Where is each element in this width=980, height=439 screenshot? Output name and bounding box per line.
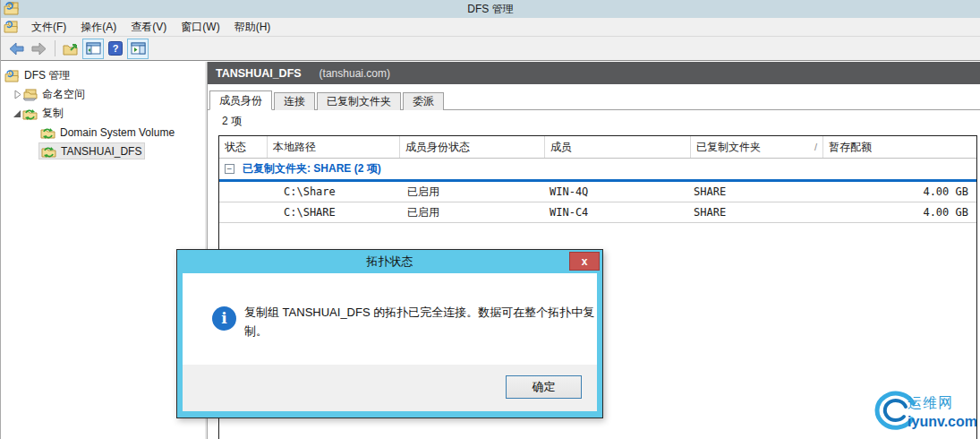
tree-item-label: DFS 管理 [24,68,70,83]
column-header-label: 成员身份状态 [405,140,470,155]
menu-bar: 文件(F) 操作(A) 查看(V) 窗口(W) 帮助(H) [1,18,980,37]
tree-item-label: Domain System Volume [60,126,175,139]
dfs-app-icon-small[interactable] [4,21,19,33]
menu-view[interactable]: 查看(V) [124,18,174,37]
menu-window[interactable]: 窗口(W) [174,18,226,37]
tree-item-dfs-management[interactable]: DFS 管理 [1,66,207,85]
column-header-staging-quota[interactable]: 暂存配额 [823,136,976,158]
chevron-expanded-icon[interactable] [12,109,22,118]
tab-connections[interactable]: 连接 [274,92,315,110]
cell-member: WIN-4Q [545,185,691,198]
menu-help[interactable]: 帮助(H) [227,18,278,37]
cell-membership-status: 已启用 [400,205,545,220]
cell-replicated-folder: SHARE [691,206,823,219]
dfs-management-window: DFS 管理 文件(F) 操作(A) 查看(V) 窗口(W) 帮助(H) [0,0,980,439]
tree-item-label: TANSHUAI_DFS [61,145,141,158]
cell-local-path: C:\Share [268,185,400,198]
group-header-label: 已复制文件夹: SHARE (2 项) [243,161,381,176]
console-tree-icon[interactable] [82,39,104,59]
tree-item-namespaces[interactable]: 命名空间 [1,85,207,104]
namespace-icon [22,89,38,101]
cell-staging-quota: 4.00 GB [823,206,976,219]
replication-group-domain: (tanshuai.com) [320,67,390,80]
replication-group-icon [40,126,55,139]
table-row[interactable]: C:\Share 已启用 WIN-4Q SHARE 4.00 GB [219,182,976,202]
column-header-member[interactable]: 成员 [545,136,691,158]
cell-staging-quota: 4.00 GB [823,185,976,198]
results-pane-header: TANSHUAI_DFS (tanshuai.com) [208,62,980,84]
column-header-label: 已复制文件夹 [696,140,761,155]
column-header-membership-status[interactable]: 成员身份状态 [400,136,545,158]
collapse-group-icon[interactable]: − [225,164,234,174]
dialog-content: i 复制组 TANSHUAI_DFS 的拓扑已完全连接。数据可在整个拓扑中复制。… [183,273,597,411]
close-icon[interactable]: x [569,252,600,271]
column-header-replicated-folder[interactable]: 已复制文件夹 / [691,136,823,158]
column-header-label: 成员 [550,140,572,155]
column-header-label: 状态 [225,140,246,155]
table-row[interactable]: C:\SHARE 已启用 WIN-C4 SHARE 4.00 GB [219,202,976,223]
menu-file[interactable]: 文件(F) [24,18,73,37]
tree-item-label: 命名空间 [42,87,85,102]
menu-action[interactable]: 操作(A) [73,18,124,37]
cell-local-path: C:\SHARE [268,206,400,219]
info-icon: i [212,306,236,331]
replication-icon [22,108,38,120]
column-header-label: 本地路径 [273,140,316,155]
dialog-title-bar: 拓扑状态 x [183,250,597,273]
tab-replicated-folders[interactable]: 已复制文件夹 [317,92,401,110]
new-window-icon[interactable] [127,39,149,59]
cell-member: WIN-C4 [545,206,691,219]
watermark-site-name: 运维网 [908,394,977,413]
chevron-right-icon[interactable] [12,90,22,99]
iyunv-watermark: 运维网 iyunv.com [872,389,977,434]
topology-status-dialog: 拓扑状态 x i 复制组 TANSHUAI_DFS 的拓扑已完全连接。数据可在整… [176,249,603,418]
forward-icon[interactable] [28,39,49,59]
tree-item-label: 复制 [42,106,64,121]
back-icon[interactable] [5,39,27,59]
tree-item-domain-system-volume[interactable]: Domain System Volume [1,123,207,142]
replication-group-title: TANSHUAI_DFS [216,67,302,80]
dialog-body: i 复制组 TANSHUAI_DFS 的拓扑已完全连接。数据可在整个拓扑中复制。 [183,273,597,365]
export-folder-icon[interactable] [60,39,81,59]
cell-replicated-folder: SHARE [691,185,823,198]
watermark-site-url: iyunv.com [908,414,977,430]
window-title: DFS 管理 [1,2,980,17]
help-icon[interactable]: ? [105,39,126,59]
tree-item-tanshuai-dfs[interactable]: TANSHUAI_DFS [1,142,207,160]
dfs-management-icon [4,70,20,82]
tab-bar: 成员身份 连接 已复制文件夹 委派 [208,90,980,110]
title-bar: DFS 管理 [1,0,980,18]
dfs-app-icon [4,2,20,15]
table-header-row: 状态 本地路径 成员身份状态 成员 已复制文件夹 / 暂存配额 [219,136,976,159]
group-header-row[interactable]: − 已复制文件夹: SHARE (2 项) [219,159,976,182]
dialog-title: 拓扑状态 [367,254,413,270]
ok-button[interactable]: 确定 [506,375,582,399]
dialog-footer: 确定 [183,365,597,411]
tree-item-replication[interactable]: 复制 [1,104,207,123]
sort-ascending-icon: / [814,142,817,152]
tab-memberships[interactable]: 成员身份 [209,90,272,110]
dialog-message: 复制组 TANSHUAI_DFS 的拓扑已完全连接。数据可在整个拓扑中复制。 [244,303,595,340]
toolbar: ? [1,37,980,61]
svg-text:?: ? [113,43,119,54]
column-header-label: 暂存配额 [829,140,872,155]
column-header-local-path[interactable]: 本地路径 [268,136,400,158]
cell-membership-status: 已启用 [400,185,545,200]
tab-delegation[interactable]: 委派 [403,92,444,110]
column-header-status[interactable]: 状态 [219,136,268,158]
iyunv-watermark-text: 运维网 iyunv.com [908,394,977,430]
toolbar-separator [55,40,55,56]
replication-group-icon [41,145,56,158]
item-count: 2 项 [208,110,980,132]
